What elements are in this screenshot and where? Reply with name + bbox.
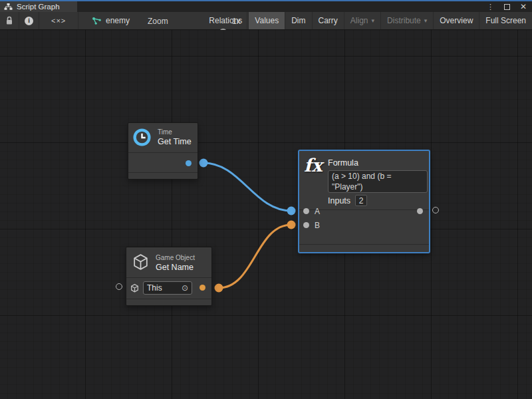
node-get-name[interactable]: Game Object Get Name This ⊙ xyxy=(126,247,212,306)
formula-output-ring[interactable] xyxy=(432,207,439,213)
sitemap-icon xyxy=(4,3,13,11)
code-view-button[interactable]: <×> xyxy=(39,12,78,29)
node-title: Get Name xyxy=(156,263,194,272)
dim-button[interactable]: Dim xyxy=(285,12,312,29)
target-object-value: This xyxy=(147,283,162,293)
object-picker-icon[interactable]: ⊙ xyxy=(182,284,188,292)
window-menu-icon[interactable]: ⋮ xyxy=(487,3,494,11)
graph-canvas[interactable]: Time Get Time fx Formula (a > 10) and (b… xyxy=(0,30,532,399)
cube-icon xyxy=(131,253,150,272)
node-title: Formula xyxy=(328,158,358,168)
output-port-name[interactable] xyxy=(200,285,205,291)
chevron-down-icon: ▾ xyxy=(424,17,428,24)
port-b-label: B xyxy=(315,221,320,230)
tab-title: Script Graph xyxy=(17,3,60,11)
get-name-input-ring[interactable] xyxy=(116,283,122,290)
tab-script-graph[interactable]: Script Graph xyxy=(0,1,77,12)
wire-get-time-to-formula-a xyxy=(203,163,291,211)
port-a-label: A xyxy=(315,207,320,216)
node-footer xyxy=(126,299,211,306)
carry-button[interactable]: Carry xyxy=(313,12,344,29)
output-port-value[interactable] xyxy=(186,160,192,166)
info-button[interactable]: i xyxy=(19,12,39,29)
clock-icon xyxy=(132,128,152,147)
info-icon: i xyxy=(25,17,33,25)
input-port-a[interactable] xyxy=(303,208,309,214)
overview-button[interactable]: Overview xyxy=(434,12,479,29)
close-icon[interactable]: ✕ xyxy=(520,3,527,11)
code-icon: <×> xyxy=(51,17,66,25)
inputs-count-field[interactable]: 2 xyxy=(355,195,367,206)
graph-name-label: enemy xyxy=(106,16,130,25)
relations-button[interactable]: Relations xyxy=(203,12,249,29)
cube-icon xyxy=(130,283,140,293)
values-button[interactable]: Values xyxy=(249,12,285,29)
node-footer xyxy=(128,173,198,180)
lock-icon xyxy=(5,16,13,25)
node-footer xyxy=(299,245,429,253)
wire-get-name-to-formula-b xyxy=(219,225,291,288)
node-get-time[interactable]: Time Get Time xyxy=(128,122,198,180)
distribute-button[interactable]: Distribute ▾ xyxy=(381,12,434,29)
titlebar[interactable]: Script Graph ⋮ ✕ xyxy=(0,1,532,12)
connection-wires xyxy=(0,30,532,399)
zoom-label: Zoom xyxy=(148,17,168,26)
full-screen-button[interactable]: Full Screen xyxy=(479,12,532,29)
chevron-down-icon: ▾ xyxy=(372,17,375,24)
lock-button[interactable] xyxy=(0,12,19,29)
toolbar: i <×> enemy Zoom 1x Relations V xyxy=(0,12,532,30)
script-graph-window: Script Graph ⋮ ✕ i <×> xyxy=(0,0,532,399)
divider xyxy=(128,152,198,153)
node-title: Get Time xyxy=(158,137,192,146)
graph-reference[interactable]: enemy xyxy=(92,12,130,29)
input-port-b[interactable] xyxy=(303,222,309,228)
inputs-label: Inputs xyxy=(328,196,350,205)
output-port-result[interactable] xyxy=(417,208,423,214)
node-formula[interactable]: fx Formula (a > 10) and (b = "Player") I… xyxy=(299,150,430,253)
graph-icon xyxy=(92,17,102,25)
node-category: Time xyxy=(158,128,172,136)
formula-expression-input[interactable]: (a > 10) and (b = "Player") xyxy=(328,170,428,193)
maximize-icon[interactable] xyxy=(504,4,510,10)
divider xyxy=(126,277,211,278)
align-button[interactable]: Align ▾ xyxy=(344,12,381,29)
node-category: Game Object xyxy=(156,254,195,261)
target-object-field[interactable]: This ⊙ xyxy=(143,281,192,295)
formula-fx-icon: fx xyxy=(304,155,323,176)
